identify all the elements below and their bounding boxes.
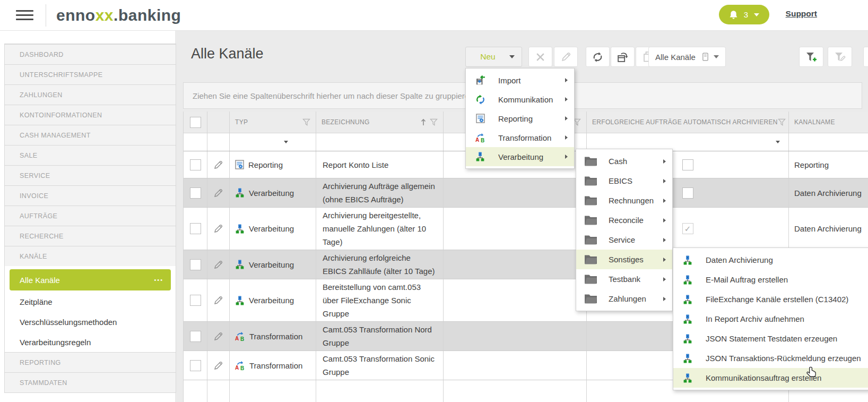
menu-item[interactable]: Cash (576, 151, 672, 171)
sidebar-item[interactable]: REPORTING (5, 352, 176, 372)
filter-funnel-icon[interactable] (302, 118, 310, 126)
sidebar-item-label: REPORTING (20, 359, 61, 366)
menu-item[interactable]: Rechnungen (576, 191, 672, 210)
kanalname-filter-input[interactable] (789, 133, 868, 151)
menu-item[interactable]: Import (466, 71, 574, 90)
sidebar-item[interactable]: CASH MANAGEMENT (5, 125, 176, 145)
select-all-checkbox[interactable] (190, 117, 201, 128)
edit-button[interactable] (554, 47, 578, 67)
menu-item[interactable]: JSON Statement Testdaten erzeugen (673, 329, 868, 348)
pencil-icon (561, 52, 571, 62)
menu-item[interactable]: In Report Archiv aufnehmen (673, 309, 868, 329)
folder-icon (584, 155, 597, 168)
support-link[interactable]: Support (786, 9, 817, 19)
row-checkbox[interactable] (190, 223, 201, 234)
sidebar-item[interactable]: Alle Kanäle ••• (10, 269, 171, 290)
restore-window-icon (617, 51, 629, 63)
sidebar-item[interactable]: KANÄLE (5, 246, 176, 266)
menu-item[interactable]: Zahlungen (576, 289, 672, 309)
group-by-hint: Ziehen Sie eine Spaltenüberschrift hierh… (193, 91, 473, 100)
menu-item[interactable]: E-Mail Auftrag erstellen (673, 270, 868, 289)
menu-item[interactable]: EBICS (576, 171, 672, 191)
row-type-label: Transformation (249, 361, 302, 370)
column-header-kanalname[interactable]: KANALNAME (789, 112, 868, 133)
row-edit-pencil-icon[interactable] (213, 224, 223, 234)
row-edit-pencil-icon[interactable] (213, 260, 223, 270)
sidebar-item[interactable]: RECHERCHE (5, 226, 176, 246)
sidebar-item[interactable]: UNTERSCHRIFTSMAPPE (5, 64, 176, 84)
row-checkbox[interactable] (190, 331, 201, 342)
svg-text:A: A (235, 336, 239, 341)
table-row[interactable]: Verarbeitung Archivierung bereitgestellt… (184, 208, 868, 250)
row-edit-pencil-icon[interactable] (213, 331, 223, 341)
hamburger-menu-icon[interactable] (16, 7, 33, 23)
menu-item[interactable]: JSON Transaktions-Rückmeldung erzeugen (673, 348, 868, 368)
row-checkbox[interactable] (190, 295, 201, 306)
archive-checkbox[interactable] (682, 223, 693, 234)
column-header-erfolgreiche[interactable]: ERFOLGREICHE AUFTRÄGE AUTOMATISCH ARCHIV… (587, 112, 789, 133)
sidebar-item[interactable]: INVOICE (5, 185, 176, 206)
row-checkbox[interactable] (190, 159, 201, 170)
sidebar-item[interactable]: Verschlüsselungsmethoden (5, 312, 176, 332)
row-edit-pencil-icon[interactable] (213, 295, 223, 305)
folder-icon (584, 273, 597, 286)
archive-checkbox[interactable] (682, 187, 693, 199)
menu-item[interactable]: Daten Archivierung (673, 250, 868, 270)
sidebar-item[interactable]: KONTOINFORMATIONEN (5, 105, 176, 125)
typ-filter-dropdown[interactable] (230, 133, 316, 151)
sidebar-item[interactable]: SALE (5, 145, 176, 165)
view-select[interactable]: Alle Kanäle (648, 47, 726, 67)
app-logo: ennoxx.banking (56, 6, 181, 24)
kommunikation-icon (473, 93, 487, 106)
folder-icon (584, 194, 597, 207)
add-filter-button[interactable] (799, 47, 823, 67)
menu-item[interactable]: Sonstiges (576, 250, 672, 269)
sidebar-item[interactable]: ZAHLUNGEN (5, 84, 176, 105)
row-edit-pencil-icon[interactable] (213, 361, 223, 371)
bezeichnung-filter-input[interactable] (316, 133, 444, 151)
new-button[interactable]: Neu (465, 47, 522, 67)
row-bezeichnung: Camt.053 Transformation Nord Gruppe (316, 322, 444, 350)
svg-text:A: A (475, 137, 479, 143)
delete-button[interactable] (528, 47, 552, 67)
row-edit-pencil-icon[interactable] (213, 160, 223, 170)
menu-item-label: JSON Transaktions-Rückmeldung erzeugen (706, 354, 861, 363)
sidebar-item[interactable]: STAMMDATEN (5, 372, 176, 392)
menu-item[interactable]: Kommunikation (466, 90, 574, 109)
menu-item[interactable]: Kommunikationsauftrag erstellen (673, 368, 868, 388)
table-row[interactable]: Verarbeitung Archivierung Aufträge allge… (184, 178, 868, 208)
import-icon (473, 74, 487, 87)
sidebar-item[interactable]: SERVICE (5, 165, 176, 185)
filter-edit-icon (834, 52, 846, 63)
archive-checkbox[interactable] (682, 159, 693, 170)
sidebar-item[interactable]: Verarbeitungsregeln (5, 332, 176, 352)
restore-button[interactable] (611, 47, 635, 67)
more-options-dots[interactable]: ••• (154, 277, 163, 283)
edit-filter-button[interactable] (828, 47, 852, 67)
menu-item[interactable]: Service (576, 230, 672, 250)
column-header-typ[interactable]: TYP (230, 112, 316, 133)
menu-item[interactable]: Reporting (466, 109, 574, 128)
clipped-toolbar-button[interactable] (863, 47, 868, 67)
sidebar-item[interactable]: DASHBOARD (5, 44, 176, 64)
menu-item[interactable]: Testbank (576, 269, 672, 289)
row-edit-pencil-icon[interactable] (213, 188, 223, 198)
refresh-button[interactable] (586, 47, 610, 67)
menu-item[interactable]: AB Transformation (466, 128, 574, 147)
sidebar-item[interactable]: AUFTRÄGE (5, 206, 176, 226)
svg-text:A: A (235, 365, 239, 371)
chevron-down-icon (754, 13, 759, 16)
sort-ascending-icon[interactable] (420, 118, 427, 126)
filter-funnel-icon[interactable] (778, 118, 786, 126)
verarbeitung-icon (681, 372, 695, 384)
row-checkbox[interactable] (190, 187, 201, 199)
row-checkbox[interactable] (190, 360, 201, 371)
filter-funnel-icon[interactable] (430, 118, 438, 126)
sidebar-item[interactable]: Zeitpläne (5, 292, 176, 312)
column-header-bezeichnung[interactable]: BEZEICHNUNG (316, 112, 444, 133)
menu-item[interactable]: Reconcile (576, 210, 672, 230)
menu-item[interactable]: FileExchange Kanäle erstellen (C13402) (673, 289, 868, 309)
menu-item[interactable]: Verarbeitung (466, 147, 574, 166)
row-checkbox[interactable] (190, 259, 201, 270)
notifications-button[interactable]: 3 (719, 5, 769, 24)
